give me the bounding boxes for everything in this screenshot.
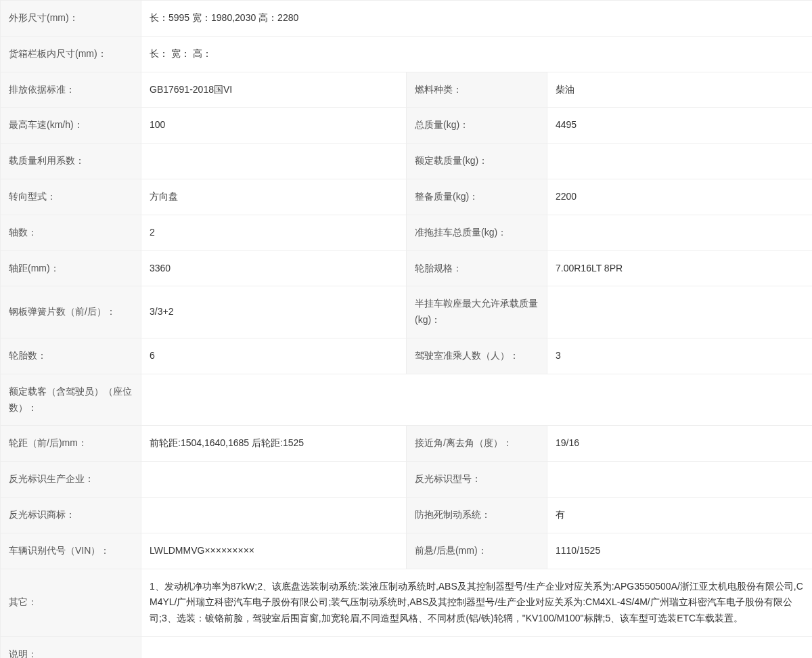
spec-value: 3360 (141, 250, 407, 286)
spec-value: 前轮距:1504,1640,1685 后轮距:1525 (141, 426, 407, 462)
table-row: 轮距（前/后)mm：前轮距:1504,1640,1685 后轮距:1525接近角… (1, 426, 813, 462)
spec-label: 轮胎规格： (407, 250, 547, 286)
spec-value: 1、发动机净功率为87kW;2、该底盘选装制动系统:装液压制动系统时,ABS及其… (141, 569, 813, 636)
spec-value: 2200 (547, 179, 813, 215)
table-row: 车辆识别代号（VIN）：LWLDMMVG×××××××××前悬/后悬(mm)：1… (1, 533, 813, 569)
spec-label: 轮胎数： (1, 338, 141, 374)
spec-label: 前悬/后悬(mm)： (407, 533, 547, 569)
table-row: 说明： (1, 636, 813, 658)
spec-label: 说明： (1, 636, 141, 658)
table-row: 反光标识生产企业：反光标识型号： (1, 462, 813, 498)
spec-value: 方向盘 (141, 179, 407, 215)
table-row: 转向型式：方向盘整备质量(kg)：2200 (1, 179, 813, 215)
spec-label: 反光标识型号： (407, 462, 547, 498)
spec-value (547, 144, 813, 179)
spec-label: 整备质量(kg)： (407, 179, 547, 215)
spec-value: 7.00R16LT 8PR (547, 250, 813, 286)
spec-label: 外形尺寸(mm)： (1, 1, 141, 37)
spec-value: 1110/1525 (547, 533, 813, 569)
spec-label: 额定载质量(kg)： (407, 144, 547, 179)
table-row: 额定载客（含驾驶员）（座位数）： (1, 374, 813, 426)
spec-label: 燃料种类： (407, 72, 547, 108)
spec-value: 柴油 (547, 72, 813, 108)
spec-label: 总质量(kg)： (407, 108, 547, 144)
spec-value: 19/16 (547, 426, 813, 462)
spec-value: 6 (141, 338, 407, 374)
spec-value: 100 (141, 108, 407, 144)
spec-label: 其它： (1, 569, 141, 636)
table-row: 排放依据标准：GB17691-2018国VI燃料种类：柴油 (1, 72, 813, 108)
spec-value (141, 636, 813, 658)
spec-value (547, 215, 813, 250)
spec-label: 轴数： (1, 215, 141, 250)
spec-value: GB17691-2018国VI (141, 72, 407, 108)
table-row: 反光标识商标：防抱死制动系统：有 (1, 497, 813, 533)
spec-value: LWLDMMVG××××××××× (141, 533, 407, 569)
spec-label: 反光标识生产企业： (1, 462, 141, 498)
spec-value: 长：5995 宽：1980,2030 高：2280 (141, 1, 813, 37)
table-row: 最高车速(km/h)：100总质量(kg)：4495 (1, 108, 813, 144)
table-row: 其它：1、发动机净功率为87kW;2、该底盘选装制动系统:装液压制动系统时,AB… (1, 569, 813, 636)
spec-value (547, 286, 813, 338)
table-row: 货箱栏板内尺寸(mm)：长： 宽： 高： (1, 36, 813, 72)
spec-value (141, 462, 407, 498)
spec-label: 排放依据标准： (1, 72, 141, 108)
table-row: 轮胎数：6驾驶室准乘人数（人）：3 (1, 338, 813, 374)
spec-label: 载质量利用系数： (1, 144, 141, 179)
spec-table: 外形尺寸(mm)：长：5995 宽：1980,2030 高：2280货箱栏板内尺… (0, 0, 812, 658)
spec-value (141, 374, 813, 426)
spec-label: 准拖挂车总质量(kg)： (407, 215, 547, 250)
spec-label: 轴距(mm)： (1, 250, 141, 286)
spec-label: 最高车速(km/h)： (1, 108, 141, 144)
spec-label: 防抱死制动系统： (407, 497, 547, 533)
spec-value: 有 (547, 497, 813, 533)
spec-value (547, 462, 813, 498)
spec-label: 轮距（前/后)mm： (1, 426, 141, 462)
spec-value (141, 497, 407, 533)
table-row: 轴数：2准拖挂车总质量(kg)： (1, 215, 813, 250)
table-row: 轴距(mm)：3360轮胎规格：7.00R16LT 8PR (1, 250, 813, 286)
table-row: 载质量利用系数：额定载质量(kg)： (1, 144, 813, 179)
table-row: 钢板弹簧片数（前/后）：3/3+2半挂车鞍座最大允许承载质量(kg)： (1, 286, 813, 338)
spec-value: 3/3+2 (141, 286, 407, 338)
spec-value: 4495 (547, 108, 813, 144)
spec-value: 3 (547, 338, 813, 374)
spec-value (141, 144, 407, 179)
spec-label: 车辆识别代号（VIN）： (1, 533, 141, 569)
spec-label: 转向型式： (1, 179, 141, 215)
spec-label: 接近角/离去角（度）： (407, 426, 547, 462)
spec-label: 额定载客（含驾驶员）（座位数）： (1, 374, 141, 426)
spec-label: 半挂车鞍座最大允许承载质量(kg)： (407, 286, 547, 338)
spec-value: 长： 宽： 高： (141, 36, 813, 72)
spec-label: 驾驶室准乘人数（人）： (407, 338, 547, 374)
spec-label: 钢板弹簧片数（前/后）： (1, 286, 141, 338)
spec-value: 2 (141, 215, 407, 250)
spec-label: 货箱栏板内尺寸(mm)： (1, 36, 141, 72)
spec-label: 反光标识商标： (1, 497, 141, 533)
table-row: 外形尺寸(mm)：长：5995 宽：1980,2030 高：2280 (1, 1, 813, 37)
